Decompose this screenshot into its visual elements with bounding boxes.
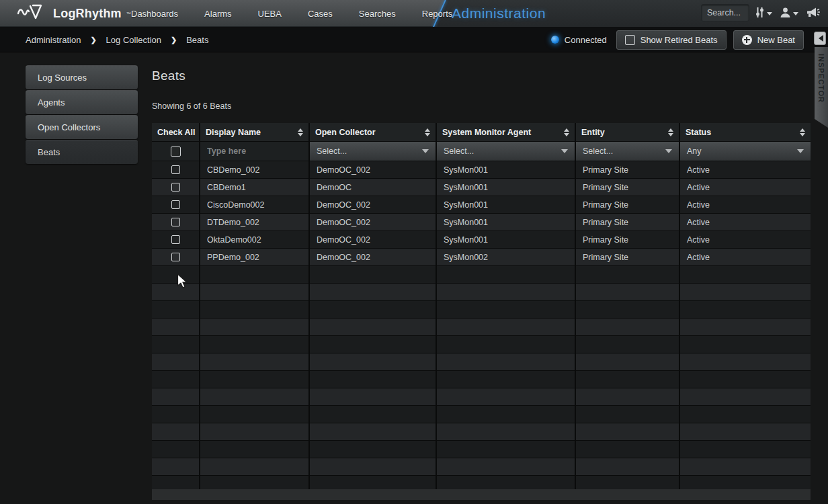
page-title: Beats <box>152 69 185 83</box>
status-cell: Active <box>680 196 811 214</box>
table-row[interactable]: CBDemo1 DemoOC SysMon001 Primary Site Ac… <box>152 179 811 196</box>
row-checkbox[interactable] <box>171 218 180 226</box>
empty-cell <box>152 423 200 441</box>
empty-cell <box>152 458 200 476</box>
nav-item-reports[interactable]: Reports <box>422 9 453 19</box>
show-retired-checkbox[interactable] <box>625 35 635 45</box>
open-collector-filter-dropdown[interactable]: Select... <box>310 142 436 161</box>
table-row-empty <box>152 336 811 353</box>
row-checkbox[interactable] <box>171 183 180 192</box>
announcements-button[interactable] <box>804 7 823 21</box>
empty-cell <box>576 319 680 336</box>
nav-item-administration-active[interactable]: Administration <box>452 0 546 27</box>
row-checkbox[interactable] <box>171 165 180 174</box>
check-all-checkbox[interactable] <box>171 146 181 157</box>
empty-cell <box>310 423 437 441</box>
table-row[interactable]: OktaDemo002 DemoOC_002 SysMon001 Primary… <box>152 231 811 249</box>
entity-cell: Primary Site <box>576 249 680 266</box>
empty-cell <box>680 371 811 388</box>
table-header-row: Check All Display Name Open Collector Sy… <box>152 123 811 142</box>
inspector-collapse-button[interactable] <box>814 32 826 45</box>
empty-cell <box>437 301 576 319</box>
caret-down-icon <box>422 149 429 157</box>
empty-cell <box>200 406 310 423</box>
system-monitor-agent-filter-dropdown[interactable]: Select... <box>437 142 575 161</box>
nav-item-cases[interactable]: Cases <box>308 9 333 19</box>
show-retired-beats-button[interactable]: Show Retired Beats <box>616 30 727 50</box>
column-header-entity[interactable]: Entity <box>576 123 680 142</box>
plus-circle-icon <box>742 35 752 45</box>
sidebar-item-agents[interactable]: Agents <box>26 90 138 114</box>
empty-cell <box>437 441 576 458</box>
empty-cell <box>437 423 576 441</box>
empty-cell <box>576 301 680 319</box>
empty-cell <box>152 388 200 406</box>
breadcrumb-chevron-icon <box>90 36 96 44</box>
sort-icon[interactable] <box>564 128 569 136</box>
sort-icon[interactable] <box>800 128 805 136</box>
column-header-status[interactable]: Status <box>680 123 811 142</box>
display-name-cell: DTDemo_002 <box>200 214 310 231</box>
display-name-filter-input[interactable] <box>200 142 308 161</box>
row-checkbox[interactable] <box>171 235 180 244</box>
connected-label: Connected <box>565 35 607 45</box>
table-row[interactable]: PPDemo_002 DemoOC_002 SysMon002 Primary … <box>152 249 811 266</box>
nav-item-alarms[interactable]: Alarms <box>204 9 231 19</box>
sort-icon[interactable] <box>668 128 673 136</box>
system-monitor-agent-cell: SysMon001 <box>437 196 576 214</box>
table-row-empty <box>152 353 811 371</box>
megaphone-icon <box>806 7 821 21</box>
column-header-open-collector[interactable]: Open Collector <box>310 123 437 142</box>
table-row[interactable]: CBDemo_002 DemoOC_002 SysMon001 Primary … <box>152 161 811 179</box>
empty-cell <box>437 458 576 476</box>
sidebar-item-log-sources[interactable]: Log Sources <box>26 65 138 89</box>
column-header-system-monitor-agent[interactable]: System Monitor Agent <box>437 123 576 142</box>
inspector-tab[interactable]: INSPECTOR <box>815 47 828 128</box>
table-row-empty <box>152 423 811 441</box>
logrhythm-logo[interactable]: LogRhythm ™ <box>17 0 131 27</box>
sidebar: Log Sources Agents Open Collectors Beats <box>26 65 138 165</box>
preferences-sliders-dropdown[interactable] <box>753 6 774 22</box>
system-monitor-agent-cell: SysMon001 <box>437 231 576 249</box>
empty-cell <box>152 301 200 319</box>
sliders-icon <box>755 6 765 22</box>
caret-down-icon <box>561 149 568 157</box>
empty-cell <box>200 353 310 371</box>
top-nav: LogRhythm ™ Dashboards Alarms UEBA Cases… <box>0 0 828 27</box>
new-beat-button[interactable]: New Beat <box>733 30 804 50</box>
breadcrumb-administration[interactable]: Administration <box>26 35 81 45</box>
table-row-empty <box>152 458 811 476</box>
horizontal-scrollbar-track[interactable] <box>152 489 811 500</box>
table-filter-row: Select... Select... Select... Any <box>152 142 811 161</box>
open-collector-cell: DemoOC_002 <box>310 161 437 179</box>
beats-table: Check All Display Name Open Collector Sy… <box>152 123 811 500</box>
entity-filter-dropdown[interactable]: Select... <box>576 142 679 161</box>
status-cell: Active <box>680 214 811 231</box>
user-menu-dropdown[interactable] <box>778 7 800 21</box>
open-collector-cell: DemoOC_002 <box>310 249 437 266</box>
breadcrumb-log-collection[interactable]: Log Collection <box>106 35 161 45</box>
sort-icon[interactable] <box>298 128 303 136</box>
nav-item-searches[interactable]: Searches <box>359 9 396 19</box>
row-checkbox[interactable] <box>171 200 180 209</box>
status-filter-dropdown[interactable]: Any <box>680 142 811 161</box>
empty-cell <box>152 319 200 336</box>
system-monitor-agent-cell: SysMon001 <box>437 179 576 196</box>
row-checkbox[interactable] <box>171 253 180 261</box>
status-cell: Active <box>680 161 811 179</box>
chevron-down-icon <box>767 12 772 18</box>
empty-cell <box>200 284 310 301</box>
empty-cell <box>680 301 811 319</box>
nav-item-ueba[interactable]: UEBA <box>258 9 282 19</box>
sort-icon[interactable] <box>425 128 430 136</box>
sidebar-item-beats[interactable]: Beats <box>26 140 138 164</box>
sidebar-item-open-collectors[interactable]: Open Collectors <box>26 115 138 139</box>
empty-cell <box>152 284 200 301</box>
empty-cell <box>437 353 576 371</box>
table-row[interactable]: DTDemo_002 DemoOC_002 SysMon001 Primary … <box>152 214 811 231</box>
table-row[interactable]: CiscoDemo002 DemoOC_002 SysMon001 Primar… <box>152 196 811 214</box>
column-header-display-name[interactable]: Display Name <box>200 123 310 142</box>
nav-item-dashboards[interactable]: Dashboards <box>131 9 178 19</box>
entity-cell: Primary Site <box>576 214 680 231</box>
search-input[interactable] <box>701 4 749 22</box>
